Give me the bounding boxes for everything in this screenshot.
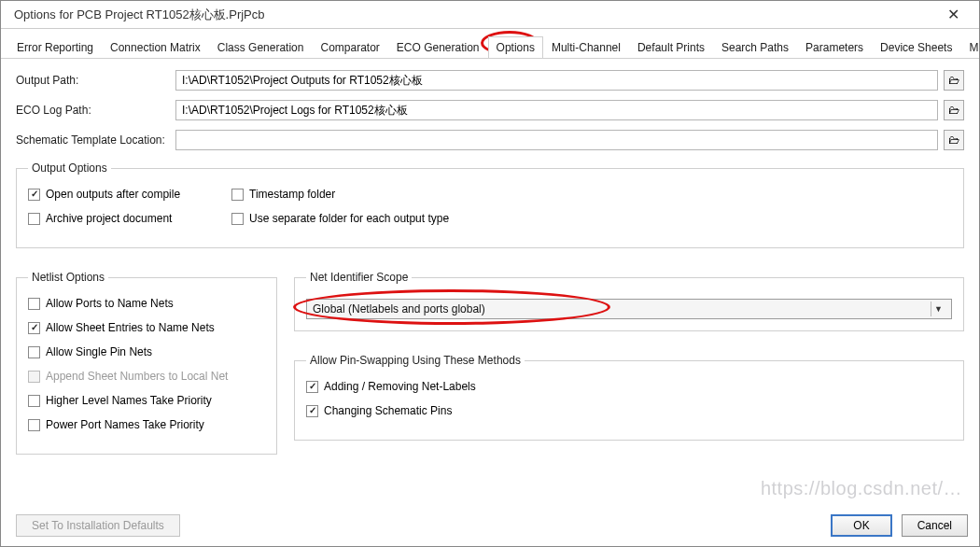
pin-swapping-group: Allow Pin-Swapping Using These Methods A… xyxy=(294,354,964,441)
set-defaults-button: Set To Installation Defaults xyxy=(16,514,180,537)
browse-eco-button[interactable]: 🗁 xyxy=(944,100,964,120)
eco-log-path-label: ECO Log Path: xyxy=(16,104,170,117)
append-sheet-numbers-checkbox-row: Append Sheet Numbers to Local Net xyxy=(28,370,265,383)
schematic-template-row: Schematic Template Location: 🗁 xyxy=(16,130,964,150)
adding-removing-label: Adding / Removing Net-Labels xyxy=(324,380,476,393)
options-dialog: Options for PCB Project RT1052核心板.PrjPcb… xyxy=(0,0,980,547)
changing-pins-checkbox-row[interactable]: Changing Schematic Pins xyxy=(306,404,952,417)
net-identifier-scope-legend: Net Identifier Scope xyxy=(306,271,412,284)
tab-default-prints[interactable]: Default Prints xyxy=(629,36,713,58)
schematic-template-label: Schematic Template Location: xyxy=(16,133,170,147)
close-icon[interactable]: ✕ xyxy=(934,2,972,28)
adding-removing-checkbox-row[interactable]: Adding / Removing Net-Labels xyxy=(306,380,952,393)
ok-button[interactable]: OK xyxy=(831,514,891,537)
net-identifier-scope-group: Net Identifier Scope Global (Netlabels a… xyxy=(294,271,964,331)
timestamp-folder-checkbox-row[interactable]: Timestamp folder xyxy=(231,188,449,201)
append-sheet-numbers-label: Append Sheet Numbers to Local Net xyxy=(46,370,228,383)
checkbox-icon xyxy=(231,213,244,225)
tab-options[interactable]: Options xyxy=(488,36,543,58)
higher-level-priority-label: Higher Level Names Take Priority xyxy=(46,394,212,407)
separate-folder-checkbox-row[interactable]: Use separate folder for each output type xyxy=(231,212,449,225)
power-port-priority-label: Power Port Names Take Priority xyxy=(46,418,204,431)
checkbox-icon xyxy=(28,346,40,358)
pin-swapping-legend: Allow Pin-Swapping Using These Methods xyxy=(306,354,525,367)
tab-parameters[interactable]: Parameters xyxy=(797,36,872,58)
tab-eco-generation[interactable]: ECO Generation xyxy=(388,36,488,58)
tab-content: Output Path: 🗁 ECO Log Path: 🗁 Schematic… xyxy=(1,59,979,546)
folder-icon: 🗁 xyxy=(948,133,959,147)
tab-error-reporting[interactable]: Error Reporting xyxy=(8,36,102,58)
schematic-template-input[interactable] xyxy=(175,130,938,150)
checkbox-icon xyxy=(28,213,40,225)
separate-folder-label: Use separate folder for each output type xyxy=(249,212,449,225)
allow-ports-checkbox-row[interactable]: Allow Ports to Name Nets xyxy=(28,297,265,310)
tab-managed-o[interactable]: Managed O xyxy=(960,36,979,58)
open-outputs-checkbox-row[interactable]: Open outputs after compile xyxy=(28,188,215,201)
allow-ports-label: Allow Ports to Name Nets xyxy=(46,297,174,310)
checkbox-icon xyxy=(28,371,40,383)
tab-device-sheets[interactable]: Device Sheets xyxy=(872,36,960,58)
browse-output-button[interactable]: 🗁 xyxy=(944,70,964,91)
tabstrip: Error Reporting Connection Matrix Class … xyxy=(1,29,979,59)
checkbox-icon xyxy=(28,419,40,431)
browse-schematic-button[interactable]: 🗁 xyxy=(944,130,964,150)
allow-single-pin-label: Allow Single Pin Nets xyxy=(46,345,152,358)
checkbox-icon xyxy=(231,189,244,201)
eco-log-path-input[interactable] xyxy=(175,100,938,120)
output-path-input[interactable] xyxy=(175,70,938,91)
netlist-options-group: Netlist Options Allow Ports to Name Nets… xyxy=(16,271,277,455)
window-title: Options for PCB Project RT1052核心板.PrjPcb xyxy=(8,7,934,23)
checkbox-icon xyxy=(28,298,40,310)
cancel-button[interactable]: Cancel xyxy=(902,514,968,537)
power-port-priority-checkbox-row[interactable]: Power Port Names Take Priority xyxy=(28,418,265,431)
output-options-group: Output Options Open outputs after compil… xyxy=(16,161,964,248)
tab-connection-matrix[interactable]: Connection Matrix xyxy=(102,36,209,58)
checkbox-icon xyxy=(28,322,40,334)
output-path-row: Output Path: 🗁 xyxy=(16,70,964,91)
output-path-label: Output Path: xyxy=(16,74,170,87)
checkbox-icon xyxy=(306,381,318,393)
eco-log-path-row: ECO Log Path: 🗁 xyxy=(16,100,964,120)
dialog-button-row: Set To Installation Defaults OK Cancel xyxy=(16,514,968,537)
net-identifier-scope-dropdown[interactable]: Global (Netlabels and ports global) ▼ xyxy=(306,299,952,319)
folder-icon: 🗁 xyxy=(948,104,959,117)
checkbox-icon xyxy=(28,189,40,201)
tab-comparator[interactable]: Comparator xyxy=(312,36,387,58)
allow-sheet-entries-checkbox-row[interactable]: Allow Sheet Entries to Name Nets xyxy=(28,321,265,334)
net-identifier-scope-selected: Global (Netlabels and ports global) xyxy=(313,302,931,316)
archive-project-label: Archive project document xyxy=(46,212,172,225)
titlebar: Options for PCB Project RT1052核心板.PrjPcb… xyxy=(1,1,979,29)
timestamp-folder-label: Timestamp folder xyxy=(249,188,335,201)
netlist-options-legend: Netlist Options xyxy=(28,271,108,284)
chevron-down-icon: ▼ xyxy=(931,302,945,316)
tab-search-paths[interactable]: Search Paths xyxy=(713,36,797,58)
folder-icon: 🗁 xyxy=(948,74,959,87)
allow-sheet-entries-label: Allow Sheet Entries to Name Nets xyxy=(46,321,215,334)
archive-project-checkbox-row[interactable]: Archive project document xyxy=(28,212,215,225)
checkbox-icon xyxy=(306,405,318,417)
changing-pins-label: Changing Schematic Pins xyxy=(324,404,452,417)
higher-level-priority-checkbox-row[interactable]: Higher Level Names Take Priority xyxy=(28,394,265,407)
allow-single-pin-checkbox-row[interactable]: Allow Single Pin Nets xyxy=(28,345,265,358)
tab-multi-channel[interactable]: Multi-Channel xyxy=(543,36,629,58)
output-options-legend: Output Options xyxy=(28,161,111,175)
tab-class-generation[interactable]: Class Generation xyxy=(209,36,313,58)
open-outputs-label: Open outputs after compile xyxy=(46,188,180,201)
checkbox-icon xyxy=(28,395,40,407)
